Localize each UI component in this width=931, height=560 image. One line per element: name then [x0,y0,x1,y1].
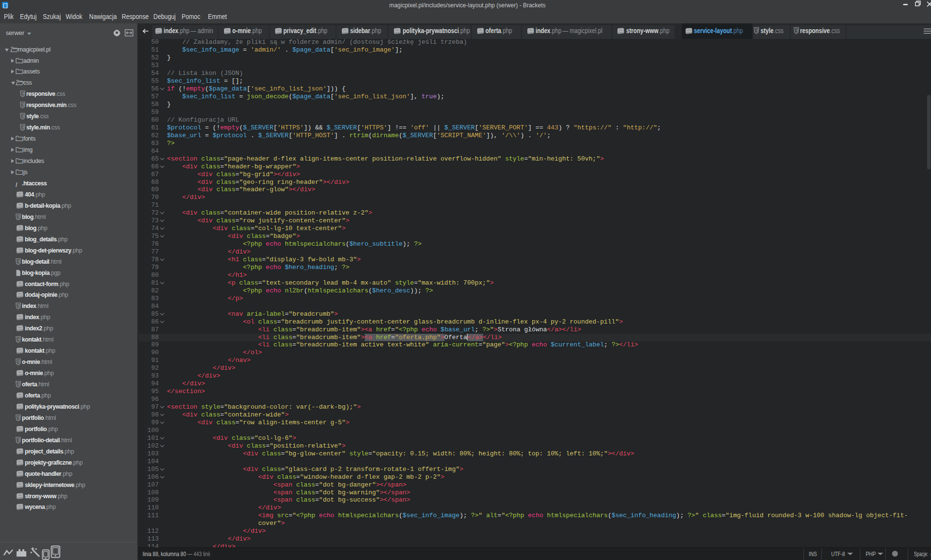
svg-text:php: php [18,393,22,395]
svg-text:php: php [18,315,22,317]
svg-text:php: php [276,29,280,31]
svg-text:php: php [18,493,22,496]
svg-text:php: php [687,29,691,31]
svg-text:php: php [18,426,22,429]
svg-text:php: php [395,29,399,31]
svg-text:php: php [18,192,22,194]
svg-text:php: php [478,29,483,31]
svg-text:php: php [18,471,22,473]
svg-text:php: php [225,29,229,31]
svg-text:php: php [618,29,623,31]
svg-text:php: php [156,29,161,31]
svg-text:php: php [18,404,22,406]
svg-text:php: php [18,203,22,205]
svg-text:php: php [18,348,22,351]
svg-text:php: php [528,29,533,31]
svg-text:php: php [18,482,22,485]
svg-text:php: php [18,281,22,284]
svg-text:php: php [18,460,22,462]
svg-text:php: php [18,505,22,507]
svg-text:php: php [18,225,22,228]
svg-text:php: php [18,371,22,373]
svg-text:php: php [18,236,22,239]
svg-text:php: php [343,29,347,31]
svg-text:php: php [18,292,22,295]
svg-text:php: php [18,449,22,451]
svg-text:php: php [18,248,22,250]
svg-text:php: php [18,326,22,328]
